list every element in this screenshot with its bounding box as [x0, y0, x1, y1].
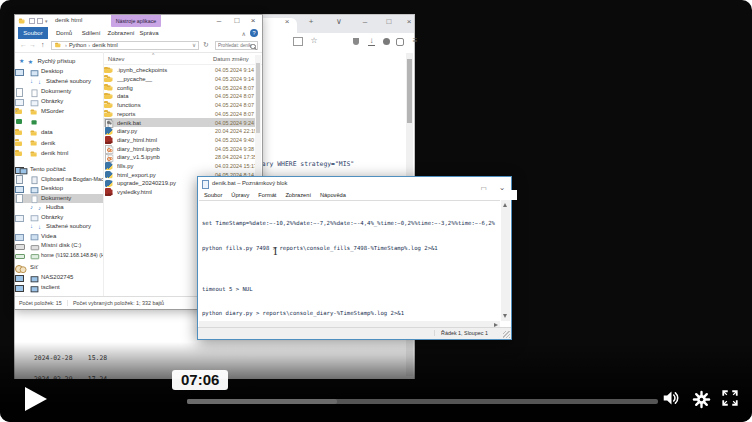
breadcrumb-current[interactable]: denik html — [92, 42, 118, 48]
qat-properties-icon[interactable] — [29, 18, 35, 24]
refresh-icon[interactable]: ↻ — [203, 41, 209, 49]
menu-upravy[interactable]: Úpravy — [231, 192, 249, 198]
folder-icon — [107, 76, 114, 82]
address-dropdown-icon[interactable]: ∨ — [192, 42, 196, 48]
file-row-fills-py[interactable]: fills.py04.03.2024 15:17 — [104, 162, 260, 171]
sidebar-item-data[interactable]: data — [15, 128, 104, 137]
sidebar-item-clipboard[interactable]: Clipboard na Bogdan-Mac-mini — [15, 175, 104, 184]
new-tab-button[interactable]: + — [305, 17, 317, 26]
menu-icon[interactable]: ≡ — [409, 36, 421, 45]
file-row-diary-v15-ipynb[interactable]: diary_v1.5.ipynb28.04.2024 17:35 — [104, 153, 260, 162]
column-header-date[interactable]: Datum změny — [213, 56, 249, 62]
tab-sdileni[interactable]: Sdílení — [78, 27, 104, 39]
sidebar-item-obrazky-pc[interactable]: Obrázky — [15, 213, 104, 222]
explorer-maximize-button[interactable]: □ — [230, 16, 244, 25]
bookmark-star-icon[interactable]: ☆ — [308, 36, 320, 45]
column-header-name[interactable]: Název — [108, 56, 124, 62]
qat-new-folder-icon[interactable] — [37, 18, 43, 24]
sidebar-item-hudba[interactable]: Hudba — [15, 203, 104, 212]
settings-gear-icon[interactable] — [692, 390, 711, 413]
resize-grip[interactable] — [503, 331, 510, 338]
sidebar-item-tento-pocitac[interactable]: Tento počítač — [15, 165, 104, 174]
sidebar-item-videa[interactable]: Videa — [15, 232, 104, 241]
extension-icon[interactable] — [396, 38, 404, 46]
documents-icon — [31, 195, 39, 202]
notepad-vertical-scrollbar[interactable] — [501, 200, 510, 321]
sidebar-item-home-share[interactable]: home (\\192.168.148.84) (H:) — [15, 251, 104, 260]
file-list-scrollbar[interactable] — [255, 55, 261, 195]
scroll-up-icon[interactable] — [503, 203, 507, 207]
sidebar-item-denik-html[interactable]: denik html — [15, 149, 104, 158]
menu-soubor[interactable]: Soubor — [204, 192, 222, 198]
shield-icon[interactable] — [353, 38, 359, 45]
qat-customize-chevron-icon[interactable]: ▾ — [45, 18, 48, 24]
sidebar-item-sit[interactable]: Síť — [15, 263, 104, 272]
app-tools-contextual-tab[interactable]: Nástroje aplikace — [111, 15, 161, 27]
sidebar-item-tsclient[interactable]: tsclient — [15, 283, 104, 292]
file-row-diary-py[interactable]: diary.py20.04.2024 22:19 — [104, 127, 260, 136]
tab-zobrazeni[interactable]: Zobrazení — [106, 27, 136, 39]
reading-list-icon[interactable] — [293, 37, 303, 46]
sidebar-item-dokumenty[interactable]: Dokumenty — [15, 87, 104, 96]
tab-close-icon[interactable]: × — [281, 17, 293, 26]
explorer-close-button[interactable]: × — [246, 16, 260, 25]
file-row-diary-html-ipynb[interactable]: diary_html.ipynb04.05.2024 9:38 — [104, 144, 260, 153]
sort-ascending-icon: ^ — [152, 52, 154, 58]
address-bar[interactable]: › Python › denik html ∨ — [51, 41, 199, 51]
file-row-pycache[interactable]: __pycache__04.05.2024 9:14 — [104, 75, 260, 84]
file-row-diary-html-html[interactable]: diary_html.html04.05.2024 9:40 — [104, 136, 260, 145]
breadcrumb-root[interactable]: Python — [69, 42, 86, 48]
sidebar-item-desktop-pc[interactable]: Desktop — [15, 184, 104, 193]
sidebar-item-desktop[interactable]: Desktop — [15, 67, 104, 76]
browser-scrollbar-thumb[interactable] — [407, 59, 412, 123]
fullscreen-icon[interactable] — [721, 389, 739, 411]
sidebar-item-stazene-soubory[interactable]: Stažené soubory — [15, 77, 104, 86]
sidebar-item-msorder[interactable]: MSorder — [15, 107, 104, 116]
file-row-data[interactable]: data04.05.2024 8:07 — [104, 92, 260, 101]
tab-domu[interactable]: Domů — [52, 27, 76, 39]
sidebar-item-green-drive[interactable] — [15, 117, 104, 126]
search-box[interactable] — [215, 41, 258, 51]
up-icon[interactable]: ↑ — [41, 41, 45, 48]
seek-bar[interactable] — [187, 399, 658, 404]
play-button[interactable] — [24, 386, 48, 416]
file-row-functions[interactable]: functions04.05.2024 8:07 — [104, 101, 260, 110]
file-row-config[interactable]: config04.05.2024 8:07 — [104, 83, 260, 92]
download-icon[interactable]: ↓ — [368, 36, 375, 46]
folder-icon — [107, 85, 114, 91]
address-folder-icon — [55, 42, 62, 48]
sidebar-item-denik[interactable]: denik — [15, 139, 104, 148]
sidebar-item-nas[interactable]: NAS202745 — [15, 273, 104, 282]
back-icon[interactable]: ← — [20, 41, 27, 48]
sidebar-item-rychly-pristup[interactable]: Rychlý přístup — [15, 57, 104, 66]
browser-minimize-button[interactable]: – — [359, 17, 371, 26]
profile-avatar-icon[interactable] — [383, 38, 390, 45]
sidebar-item-obrazky[interactable]: Obrázky — [15, 97, 104, 106]
menu-format[interactable]: Formát — [258, 192, 276, 198]
sidebar-item-dokumenty-pc[interactable]: Dokumenty — [15, 194, 104, 203]
tab-sprava[interactable]: Správa — [136, 27, 162, 39]
file-row-denik-bat[interactable]: denik.bat04.05.2024 9:24 — [104, 118, 260, 127]
documents-icon — [31, 88, 39, 95]
scroll-down-icon[interactable] — [503, 314, 507, 318]
scroll-right-icon[interactable] — [494, 323, 498, 327]
file-row-ipynb-checkpoints[interactable]: .ipynb_checkpoints04.05.2024 9:14 — [104, 66, 260, 75]
search-input[interactable] — [216, 42, 252, 49]
menu-napoveda[interactable]: Nápověda — [320, 192, 346, 198]
forward-icon[interactable]: → — [29, 41, 36, 48]
menu-zobrazeni[interactable]: Zobrazení — [285, 192, 311, 198]
file-list-scrollbar-thumb[interactable] — [256, 63, 260, 133]
browser-maximize-button[interactable]: □ — [383, 17, 395, 26]
browser-close-button[interactable]: × — [403, 17, 415, 26]
sidebar-item-mistni-disk[interactable]: Místní disk (C:) — [15, 241, 104, 250]
notebook-file-icon — [107, 154, 114, 160]
tab-list-chevron-icon[interactable]: ∨ — [333, 17, 345, 26]
volume-icon[interactable] — [662, 389, 681, 411]
file-row-reports[interactable]: reports04.05.2024 8:07 — [104, 110, 260, 119]
explorer-minimize-button[interactable]: – — [212, 16, 226, 25]
sidebar-item-stazene-pc[interactable]: Stažené soubory — [15, 222, 104, 231]
tab-soubor[interactable]: Soubor — [18, 27, 48, 39]
ribbon-collapse-chevron-icon[interactable]: ∧ — [242, 30, 246, 37]
notepad-text-area[interactable]: set TimeStamp=%date:~-10,2%%date:~-7,2%%… — [199, 200, 500, 321]
help-icon[interactable]: ? — [250, 29, 258, 37]
